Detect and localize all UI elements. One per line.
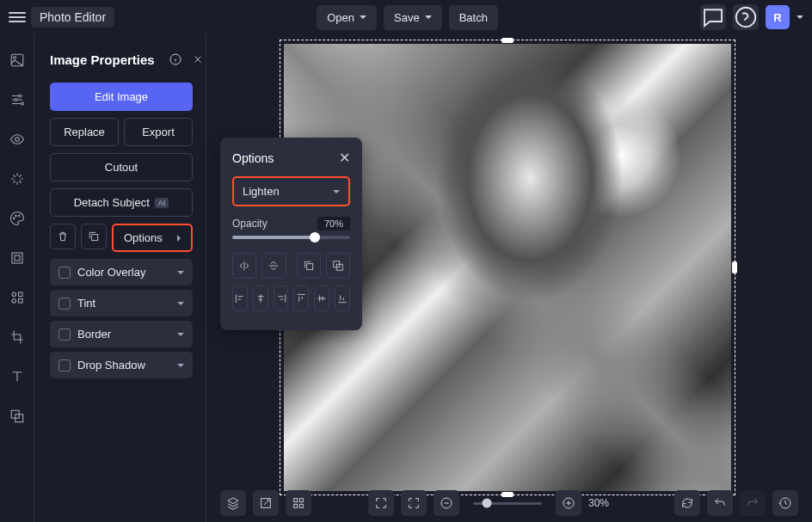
options-button[interactable]: Options — [112, 224, 193, 252]
fullscreen-button[interactable] — [368, 490, 394, 516]
options-popup: Options ✕ Lighten Opacity 70% — [220, 138, 362, 330]
layers-tool-icon[interactable] — [7, 406, 28, 427]
resize-handle-top[interactable] — [501, 38, 514, 43]
history-button[interactable] — [772, 490, 798, 516]
svg-point-12 — [12, 292, 16, 297]
svg-point-2 — [13, 57, 15, 59]
opacity-label: Opacity — [232, 218, 268, 230]
svg-point-6 — [15, 138, 19, 142]
align-left-button[interactable] — [232, 286, 248, 311]
zoom-out-button[interactable] — [434, 490, 459, 516]
svg-point-7 — [13, 218, 15, 219]
chevron-down-icon — [177, 302, 184, 305]
replace-button[interactable]: Replace — [50, 118, 119, 146]
chevron-down-icon — [333, 190, 340, 193]
svg-rect-13 — [18, 292, 22, 297]
frame-tool-icon[interactable] — [7, 248, 28, 268]
checkbox-icon[interactable] — [58, 298, 71, 310]
ai-badge: AI — [155, 198, 169, 208]
svg-point-4 — [15, 99, 17, 101]
chevron-down-icon — [177, 364, 184, 367]
help-button[interactable] — [733, 4, 759, 30]
svg-point-8 — [15, 215, 16, 217]
popup-title: Options — [232, 151, 339, 165]
close-icon[interactable] — [190, 52, 206, 67]
chevron-right-icon — [177, 235, 181, 242]
align-center-v-button[interactable] — [314, 286, 329, 311]
palette-tool-icon[interactable] — [7, 208, 28, 229]
batch-button[interactable]: Batch — [449, 5, 498, 30]
flip-horizontal-button[interactable] — [232, 253, 256, 279]
redo-button[interactable] — [740, 490, 766, 516]
svg-rect-24 — [299, 504, 303, 507]
edit-image-button[interactable]: Edit Image — [50, 83, 193, 111]
checkbox-icon[interactable] — [58, 267, 71, 279]
open-button[interactable]: Open — [317, 5, 377, 30]
undo-button[interactable] — [707, 490, 733, 516]
crop-tool-icon[interactable] — [7, 327, 28, 347]
text-tool-icon[interactable] — [7, 366, 28, 387]
align-center-h-button[interactable] — [253, 286, 268, 311]
opacity-value: 70% — [317, 217, 350, 230]
fit-button[interactable] — [401, 490, 427, 516]
shapes-tool-icon[interactable] — [7, 287, 28, 308]
align-right-button[interactable] — [274, 286, 289, 311]
border-expand[interactable]: Border — [50, 321, 193, 347]
layers-button[interactable] — [220, 490, 246, 516]
svg-rect-23 — [294, 504, 298, 507]
svg-rect-28 — [306, 264, 312, 270]
delete-button[interactable] — [50, 224, 76, 249]
edit-page-button[interactable] — [253, 490, 279, 516]
opacity-slider[interactable] — [232, 236, 350, 239]
close-icon[interactable]: ✕ — [339, 150, 350, 166]
checkbox-icon[interactable] — [58, 359, 71, 372]
sparkle-tool-icon[interactable] — [7, 169, 28, 189]
grid-view-button[interactable] — [286, 490, 311, 516]
svg-point-9 — [18, 215, 20, 217]
svg-rect-19 — [92, 235, 98, 241]
svg-point-3 — [18, 95, 21, 97]
zoom-in-button[interactable] — [556, 490, 581, 516]
svg-rect-21 — [294, 499, 298, 502]
zoom-slider[interactable] — [473, 502, 542, 505]
save-button[interactable]: Save — [384, 5, 442, 30]
align-top-button[interactable] — [293, 286, 309, 311]
resize-handle-right[interactable] — [732, 261, 737, 273]
chevron-down-icon — [425, 15, 432, 19]
chevron-down-icon — [177, 271, 184, 274]
cutout-button[interactable]: Cutout — [50, 153, 193, 181]
drop-shadow-expand[interactable]: Drop Shadow — [50, 352, 193, 378]
zoom-value: 30% — [588, 497, 609, 509]
app-title: Photo Editor — [31, 7, 114, 28]
sidebar-title: Image Properties — [50, 52, 161, 67]
hamburger-menu-icon[interactable] — [9, 9, 26, 26]
align-bottom-button[interactable] — [335, 286, 350, 311]
blend-mode-select[interactable]: Lighten — [232, 176, 350, 206]
slider-thumb[interactable] — [310, 232, 320, 243]
comments-button[interactable] — [700, 4, 726, 30]
export-button[interactable]: Export — [124, 118, 193, 146]
svg-point-5 — [21, 102, 23, 105]
chevron-down-icon — [177, 333, 184, 336]
chevron-down-icon — [360, 15, 366, 19]
chevron-down-icon[interactable] — [797, 15, 803, 19]
refresh-button[interactable] — [674, 490, 700, 516]
color-overlay-expand[interactable]: Color Overlay — [50, 259, 193, 286]
svg-rect-10 — [12, 253, 22, 263]
adjust-tool-icon[interactable] — [7, 89, 28, 110]
mask-button[interactable] — [326, 253, 350, 279]
image-tool-icon[interactable] — [7, 50, 28, 71]
svg-rect-15 — [18, 299, 22, 304]
detach-subject-button[interactable]: Detach Subject AI — [50, 188, 193, 217]
tint-expand[interactable]: Tint — [50, 290, 193, 316]
svg-rect-11 — [15, 255, 20, 261]
flip-vertical-button[interactable] — [261, 253, 286, 279]
svg-rect-22 — [299, 499, 303, 502]
svg-point-14 — [12, 299, 16, 304]
avatar[interactable]: R — [766, 5, 790, 29]
eye-tool-icon[interactable] — [7, 129, 28, 150]
checkbox-icon[interactable] — [58, 329, 71, 341]
duplicate-button[interactable] — [81, 224, 107, 249]
info-icon[interactable] — [168, 52, 183, 67]
copy-button[interactable] — [297, 253, 321, 279]
